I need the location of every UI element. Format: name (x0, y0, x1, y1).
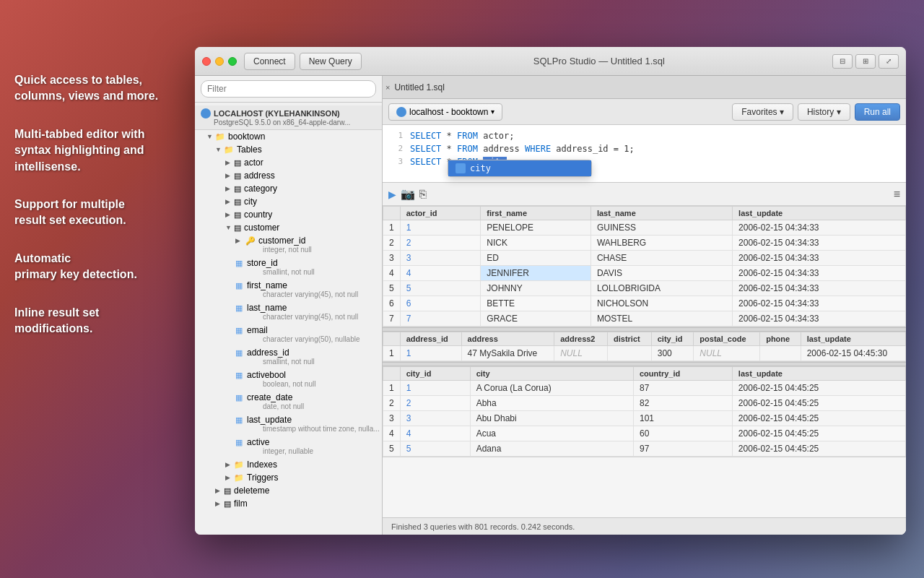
col-first-name[interactable]: first_name (481, 207, 591, 220)
table-row[interactable]: 4 4 Acua 60 2006-02-15 04:45:25 (383, 426, 906, 441)
autocomplete-item[interactable]: city (448, 160, 591, 176)
table-row[interactable]: 6 6 BETTE NICHOLSON 2006-02-15 04:34:33 (383, 296, 906, 311)
col-last-update[interactable]: last_update (733, 207, 906, 220)
cell[interactable] (608, 346, 652, 361)
cell[interactable]: NULL (694, 346, 760, 361)
cell[interactable]: CHASE (590, 251, 732, 266)
close-button[interactable] (202, 57, 211, 66)
sidebar-item-indexes[interactable]: ▶ 📁 Indexes (195, 458, 382, 471)
col-address2[interactable]: address2 (554, 332, 608, 346)
sidebar-item-category[interactable]: ▶ ▤ category (195, 182, 382, 195)
cell[interactable]: 2006-02-15 04:45:25 (732, 396, 905, 411)
col-district[interactable]: district (608, 332, 652, 346)
sidebar-item-create-date[interactable]: ▦ create_date date, not null (195, 391, 382, 413)
cell[interactable]: WAHLBERG (590, 236, 732, 251)
col-phone[interactable]: phone (760, 332, 801, 346)
connect-button[interactable]: Connect (244, 53, 295, 70)
cell[interactable]: 300 (651, 346, 694, 361)
cell[interactable]: 2006-02-15 04:34:33 (733, 281, 906, 296)
sidebar-item-last-name[interactable]: ▦ last_name character varying(45), not n… (195, 301, 382, 324)
cell[interactable]: 97 (633, 441, 732, 457)
table-row[interactable]: 5 5 JOHNNY LOLLOBRIGIDA 2006-02-15 04:34… (383, 281, 906, 296)
sidebar-item-booktown[interactable]: ▼ 📁 booktown (195, 130, 382, 143)
cell[interactable]: 3 (400, 251, 481, 266)
cell[interactable]: Abu Dhabi (470, 411, 633, 426)
sidebar-item-customer-id[interactable]: ▶ 🔑 customer_id integer, not null (195, 234, 382, 256)
maximize-button[interactable] (228, 57, 237, 66)
cell[interactable]: MOSTEL (590, 311, 732, 327)
cell[interactable]: JOHNNY (481, 281, 591, 296)
sidebar-item-address[interactable]: ▶ ▤ address (195, 169, 382, 182)
sidebar-item-activebool[interactable]: ▦ activebool boolean, not null (195, 368, 382, 391)
cell[interactable]: Abha (470, 396, 633, 411)
cell[interactable]: 2006-02-15 04:34:33 (733, 296, 906, 311)
cell[interactable]: 2 (400, 396, 470, 411)
table-row[interactable]: 3 3 ED CHASE 2006-02-15 04:34:33 (383, 251, 906, 266)
server-item[interactable]: LOCALHOST (KYLEHANKINSON) PostgreSQL 9.5… (195, 105, 382, 130)
cell[interactable]: 2006-02-15 04:45:25 (732, 426, 905, 441)
sidebar-item-email[interactable]: ▦ email character varying(50), nullable (195, 324, 382, 346)
cell[interactable]: 6 (400, 296, 481, 311)
cell[interactable]: 7 (400, 311, 481, 327)
cell[interactable]: NICHOLSON (590, 296, 732, 311)
sidebar-item-deleteme[interactable]: ▶ ▤ deleteme (195, 484, 382, 497)
cell[interactable]: Adana (470, 441, 633, 457)
table-row[interactable]: 4 4 JENNIFER DAVIS 2006-02-15 04:34:33 (383, 266, 906, 281)
play-icon[interactable]: ▶ (388, 189, 396, 200)
cell[interactable]: 2006-02-15 04:45:25 (732, 441, 905, 457)
cell[interactable]: 2006-02-15 04:45:25 (732, 381, 905, 396)
cell[interactable]: DAVIS (590, 266, 732, 281)
layout-icon[interactable]: ⊞ (855, 54, 876, 69)
cell[interactable]: A Corua (La Corua) (470, 381, 633, 396)
col-postal-code[interactable]: postal_code (694, 332, 760, 346)
cell[interactable]: 82 (633, 396, 732, 411)
sidebar-item-tables[interactable]: ▼ 📁 Tables (195, 143, 382, 156)
cell[interactable]: 2 (400, 236, 481, 251)
fullscreen-icon[interactable]: ⤢ (879, 54, 899, 69)
cell[interactable]: 2006-02-15 04:34:33 (733, 236, 906, 251)
col-actor-id[interactable]: actor_id (400, 207, 481, 220)
cell[interactable]: NICK (481, 236, 591, 251)
cell[interactable]: 47 MySakila Drive (461, 346, 554, 361)
table-row[interactable]: 2 2 Abha 82 2006-02-15 04:45:25 (383, 396, 906, 411)
new-query-button[interactable]: New Query (300, 53, 362, 70)
cell[interactable]: PENELOPE (481, 220, 591, 236)
sql-editor[interactable]: 1 SELECT * FROM actor; 2 SELECT * FROM a… (383, 125, 906, 183)
menu-icon[interactable]: ≡ (894, 188, 900, 201)
sidebar-item-triggers[interactable]: ▶ 📁 Triggers (195, 471, 382, 484)
table-row[interactable]: 1 1 PENELOPE GUINESS 2006-02-15 04:34:33 (383, 220, 906, 236)
table-row[interactable]: 3 3 Abu Dhabi 101 2006-02-15 04:45:25 (383, 411, 906, 426)
cell[interactable]: 3 (400, 411, 470, 426)
cell[interactable]: 2006-02-15 04:34:33 (733, 266, 906, 281)
sidebar-search-input[interactable] (201, 80, 376, 98)
sidebar-item-store-id[interactable]: ▦ store_id smallint, not null (195, 256, 382, 279)
table-row[interactable]: 1 1 A Corua (La Corua) 87 2006-02-15 04:… (383, 381, 906, 396)
col-country-id[interactable]: country_id (633, 367, 732, 381)
cell-selected[interactable]: JENNIFER (481, 266, 591, 281)
cell[interactable]: 2006-02-15 04:34:33 (733, 311, 906, 327)
cell[interactable]: 87 (633, 381, 732, 396)
cell[interactable]: ED (481, 251, 591, 266)
col-last-update[interactable]: last_update (801, 332, 905, 346)
sidebar-item-actor[interactable]: ▶ ▤ actor (195, 156, 382, 169)
sidebar-item-address-id[interactable]: ▦ address_id smallint, not null (195, 346, 382, 368)
cell[interactable]: GRACE (481, 311, 591, 327)
col-address-id[interactable]: address_id (400, 332, 461, 346)
cell[interactable]: LOLLOBRIGIDA (590, 281, 732, 296)
history-button[interactable]: History ▾ (798, 103, 850, 121)
cell[interactable]: 5 (400, 281, 481, 296)
cell[interactable]: 1 (400, 346, 461, 361)
tab-close-button[interactable]: × (385, 83, 390, 92)
cell[interactable] (760, 346, 801, 361)
database-selector[interactable]: localhost - booktown ▾ (388, 103, 502, 121)
col-last-name[interactable]: last_name (590, 207, 732, 220)
cell[interactable]: BETTE (481, 296, 591, 311)
cell[interactable]: Acua (470, 426, 633, 441)
col-city-id[interactable]: city_id (400, 367, 470, 381)
cell[interactable]: 5 (400, 441, 470, 457)
run-all-button[interactable]: Run all (855, 103, 900, 121)
sidebar-item-customer[interactable]: ▼ ▤ customer (195, 221, 382, 234)
favorites-button[interactable]: Favorites ▾ (732, 103, 793, 121)
cell[interactable]: 4 (400, 426, 470, 441)
cell[interactable]: NULL (554, 346, 608, 361)
